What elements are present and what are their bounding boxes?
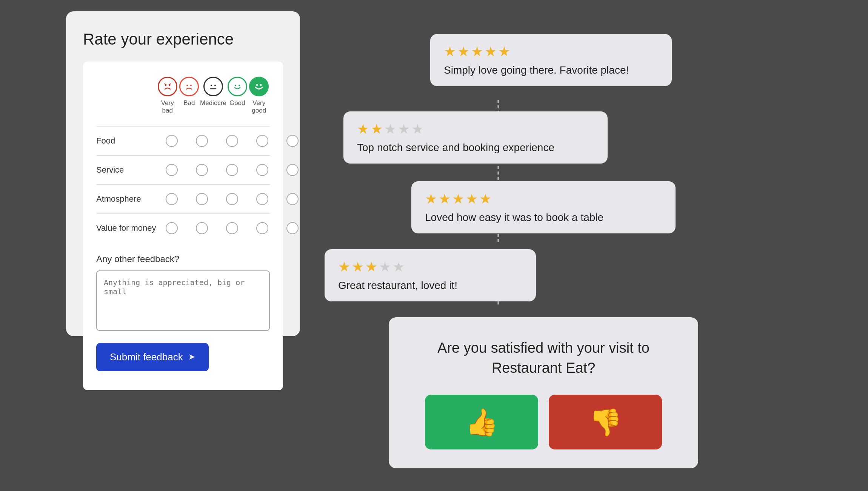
svg-point-4 bbox=[186, 85, 188, 86]
satisfied-buttons: 👍 👎 bbox=[406, 395, 681, 449]
value-radio-5[interactable] bbox=[286, 222, 299, 234]
col-mediocre: Mediocre bbox=[200, 77, 226, 115]
star-1-4: ★ bbox=[485, 44, 497, 60]
star-4-2: ★ bbox=[352, 259, 364, 275]
row-food-label: Food bbox=[96, 136, 157, 146]
star-3-1: ★ bbox=[425, 191, 437, 207]
star-1-2: ★ bbox=[457, 44, 469, 60]
food-radio-group bbox=[157, 135, 308, 147]
food-radio-2[interactable] bbox=[196, 135, 208, 147]
col-label-bad: Bad bbox=[183, 99, 195, 107]
star-2-5: ★ bbox=[411, 121, 423, 137]
rate-experience-panel: Rate your experience Very bad bbox=[66, 11, 300, 336]
svg-line-3 bbox=[169, 84, 171, 85]
review-3-stars: ★ ★ ★ ★ ★ bbox=[425, 191, 662, 207]
feedback-label: Any other feedback? bbox=[96, 254, 270, 264]
thumbs-up-button[interactable]: 👍 bbox=[425, 395, 538, 449]
svg-point-7 bbox=[214, 85, 216, 86]
review-1-text: Simply love going there. Favorite place! bbox=[444, 64, 629, 76]
col-label-very-good: Very good bbox=[248, 99, 270, 115]
review-3-text: Loved how easy it was to book a table bbox=[425, 212, 603, 223]
review-1-stars: ★ ★ ★ ★ ★ bbox=[444, 44, 658, 60]
value-radio-1[interactable] bbox=[166, 222, 178, 234]
service-radio-2[interactable] bbox=[196, 164, 208, 176]
review-bubble-2: ★ ★ ★ ★ ★ Top notch service and booking … bbox=[343, 111, 608, 164]
review-2-stars: ★ ★ ★ ★ ★ bbox=[357, 121, 594, 137]
svg-point-12 bbox=[260, 84, 262, 86]
row-service-label: Service bbox=[96, 165, 157, 175]
service-radio-3[interactable] bbox=[226, 164, 238, 176]
svg-point-11 bbox=[256, 84, 258, 86]
star-1-3: ★ bbox=[471, 44, 483, 60]
food-radio-1[interactable] bbox=[166, 135, 178, 147]
col-bad: Bad bbox=[179, 77, 200, 115]
value-radio-3[interactable] bbox=[226, 222, 238, 234]
service-radio-1[interactable] bbox=[166, 164, 178, 176]
review-2-text: Top notch service and booking experience bbox=[357, 142, 554, 153]
submit-arrow-icon: ➤ bbox=[188, 352, 195, 362]
rating-headers: Very bad Bad bbox=[96, 77, 270, 119]
thumbs-down-icon: 👎 bbox=[589, 407, 622, 438]
star-4-3: ★ bbox=[365, 259, 377, 275]
col-label-good: Good bbox=[229, 99, 245, 107]
svg-point-5 bbox=[190, 85, 192, 86]
star-4-5: ★ bbox=[392, 259, 405, 275]
svg-point-9 bbox=[235, 85, 236, 86]
service-radio-4[interactable] bbox=[256, 164, 268, 176]
row-value-label: Value for money bbox=[96, 223, 157, 233]
food-radio-3[interactable] bbox=[226, 135, 238, 147]
star-2-1: ★ bbox=[357, 121, 369, 137]
row-atmosphere-label: Atmosphere bbox=[96, 194, 157, 204]
satisfied-question: Are you satisfied with your visit to Res… bbox=[406, 338, 681, 378]
atmosphere-radio-3[interactable] bbox=[226, 193, 238, 205]
form-inner: Very bad Bad bbox=[83, 62, 283, 390]
star-3-2: ★ bbox=[439, 191, 451, 207]
col-very-good: Very good bbox=[248, 77, 270, 115]
star-3-4: ★ bbox=[466, 191, 478, 207]
review-bubble-3: ★ ★ ★ ★ ★ Loved how easy it was to book … bbox=[411, 181, 676, 233]
atmosphere-radio-group bbox=[157, 193, 308, 205]
value-radio-4[interactable] bbox=[256, 222, 268, 234]
review-4-stars: ★ ★ ★ ★ ★ bbox=[338, 259, 522, 275]
star-3-3: ★ bbox=[452, 191, 464, 207]
smiley-mediocre bbox=[203, 77, 223, 96]
value-radio-2[interactable] bbox=[196, 222, 208, 234]
food-radio-4[interactable] bbox=[256, 135, 268, 147]
review-4-text: Great restaurant, loved it! bbox=[338, 279, 457, 291]
satisfied-panel: Are you satisfied with your visit to Res… bbox=[389, 317, 698, 468]
review-bubble-4: ★ ★ ★ ★ ★ Great restaurant, loved it! bbox=[325, 249, 536, 301]
row-value: Value for money bbox=[96, 213, 270, 242]
reviews-section: ★ ★ ★ ★ ★ Simply love going there. Favor… bbox=[313, 19, 842, 480]
atmosphere-radio-2[interactable] bbox=[196, 193, 208, 205]
atmosphere-radio-4[interactable] bbox=[256, 193, 268, 205]
smiley-bad bbox=[179, 77, 199, 96]
form-title: Rate your experience bbox=[83, 30, 283, 48]
star-2-3: ★ bbox=[384, 121, 396, 137]
col-good: Good bbox=[226, 77, 248, 115]
service-radio-group bbox=[157, 164, 308, 176]
svg-point-6 bbox=[211, 85, 212, 86]
atmosphere-radio-5[interactable] bbox=[286, 193, 299, 205]
thumbs-up-icon: 👍 bbox=[465, 407, 498, 438]
star-3-5: ★ bbox=[479, 191, 491, 207]
row-atmosphere: Atmosphere bbox=[96, 184, 270, 213]
row-food: Food bbox=[96, 126, 270, 155]
star-4-4: ★ bbox=[379, 259, 391, 275]
submit-button[interactable]: Submit feedback ➤ bbox=[96, 343, 209, 371]
feedback-textarea[interactable] bbox=[96, 270, 270, 331]
row-service: Service bbox=[96, 155, 270, 184]
star-2-2: ★ bbox=[371, 121, 383, 137]
col-label-mediocre: Mediocre bbox=[200, 99, 226, 107]
submit-label: Submit feedback bbox=[110, 351, 183, 363]
atmosphere-radio-1[interactable] bbox=[166, 193, 178, 205]
food-radio-5[interactable] bbox=[286, 135, 299, 147]
star-4-1: ★ bbox=[338, 259, 350, 275]
service-radio-5[interactable] bbox=[286, 164, 299, 176]
smiley-very-bad bbox=[158, 77, 177, 96]
star-1-1: ★ bbox=[444, 44, 456, 60]
smiley-good bbox=[228, 77, 247, 96]
svg-line-2 bbox=[165, 84, 166, 85]
thumbs-down-button[interactable]: 👎 bbox=[549, 395, 662, 449]
value-radio-group bbox=[157, 222, 308, 234]
star-1-5: ★ bbox=[498, 44, 510, 60]
